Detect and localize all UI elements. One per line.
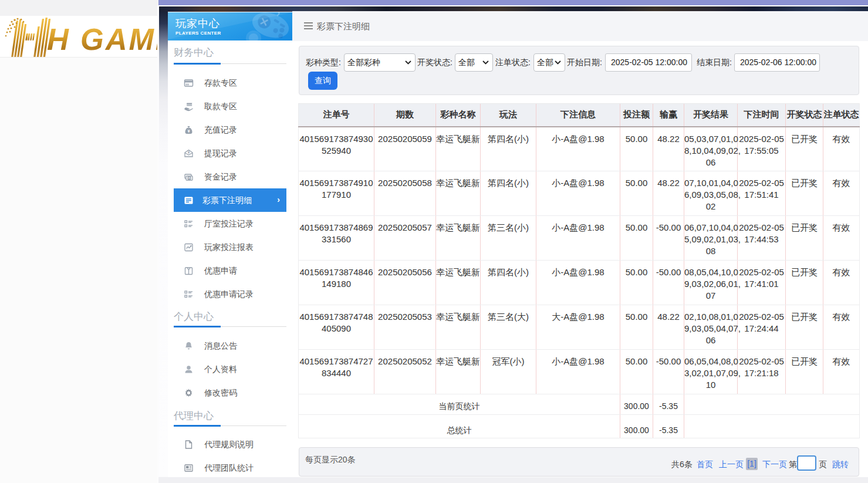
svg-text:H GAME: H GAME — [47, 23, 158, 56]
svg-text:¥: ¥ — [188, 150, 190, 154]
